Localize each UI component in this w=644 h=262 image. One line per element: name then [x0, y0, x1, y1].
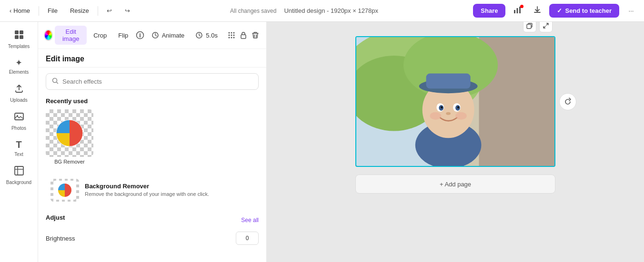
svg-rect-5: [15, 35, 19, 39]
more-icon: ···: [628, 7, 634, 14]
sidebar-item-uploads[interactable]: Uploads: [2, 79, 36, 107]
sidebar-item-elements[interactable]: ✦ Elements: [2, 54, 36, 78]
photos-label: Photos: [11, 126, 26, 131]
send-teacher-label: Send to teacher: [565, 7, 612, 14]
svg-point-13: [228, 32, 230, 34]
edit-panel: Edit image Crop Flip Animate 5.0s: [38, 22, 267, 262]
svg-rect-4: [20, 30, 23, 34]
uploads-icon: [14, 83, 24, 96]
photos-icon: [14, 111, 24, 124]
svg-point-44: [457, 106, 459, 108]
bg-remover-thumb-item[interactable]: BG Remover: [46, 109, 93, 165]
resize-label: Resize: [70, 7, 89, 14]
delete-icon-btn[interactable]: [251, 29, 261, 42]
svg-rect-28: [527, 24, 531, 29]
bg-remover-preview: [46, 109, 93, 157]
crop-button[interactable]: Crop: [89, 29, 111, 41]
download-button[interactable]: [529, 3, 545, 19]
sidebar-item-photos[interactable]: Photos: [2, 107, 36, 135]
svg-point-46: [430, 112, 442, 120]
icon-sidebar: Templates ✦ Elements Uploads Photos T Te…: [0, 22, 38, 262]
divider-2: [98, 6, 98, 16]
svg-rect-0: [514, 10, 515, 13]
refresh-button[interactable]: [559, 93, 576, 110]
topbar-center: All changes saved Untitled design - 1920…: [138, 7, 471, 14]
duration-button[interactable]: 5.0s: [191, 29, 222, 41]
duplicate-canvas-button[interactable]: [523, 22, 536, 32]
send-to-teacher-button[interactable]: ✓ Send to teacher: [549, 4, 619, 18]
background-remover-item[interactable]: Background Remover Remove the background…: [46, 174, 259, 206]
recently-used-grid: BG Remover: [46, 109, 259, 165]
search-input[interactable]: [62, 78, 252, 85]
crop-label: Crop: [93, 32, 107, 39]
background-label: Background: [6, 180, 31, 185]
redo-button[interactable]: ↪: [120, 3, 135, 19]
svg-point-15: [233, 32, 234, 34]
download-icon: [533, 6, 542, 16]
dots-grid-icon-btn[interactable]: [226, 29, 236, 42]
share-label: Share: [481, 7, 498, 14]
redo-icon: ↪: [125, 7, 130, 14]
more-options-button[interactable]: ···: [623, 3, 639, 19]
svg-point-23: [53, 78, 57, 83]
undo-button[interactable]: ↩: [102, 3, 117, 19]
brightness-label: Brightness: [46, 235, 75, 242]
duration-label: 5.0s: [206, 32, 218, 39]
templates-label: Templates: [8, 44, 30, 49]
saved-status: All changes saved: [230, 8, 276, 14]
brightness-input[interactable]: [236, 232, 259, 245]
analytics-button[interactable]: [509, 3, 525, 19]
svg-point-18: [233, 35, 234, 36]
edit-image-button[interactable]: Edit image: [55, 26, 87, 45]
bg-remover-title: Background Remover: [85, 183, 209, 190]
flip-button[interactable]: Flip: [113, 29, 133, 41]
svg-rect-38: [426, 74, 471, 89]
chevron-left-icon: ‹: [10, 7, 11, 14]
expand-canvas-button[interactable]: [539, 22, 553, 32]
svg-rect-22: [241, 35, 246, 39]
svg-rect-1: [517, 8, 518, 13]
topbar: ‹ Home File Resize ↩ ↪ All changes saved…: [0, 0, 644, 22]
divider-1: [39, 6, 39, 16]
animate-button[interactable]: Animate: [147, 29, 190, 41]
add-page-button[interactable]: + Add page: [355, 175, 555, 194]
bg-remover-item-thumb: [50, 179, 79, 202]
canvas-image-inner: [356, 37, 554, 166]
svg-rect-7: [15, 113, 23, 120]
svg-rect-9: [15, 166, 23, 175]
svg-point-16: [228, 35, 230, 36]
panel-header: Edit image: [38, 49, 266, 68]
home-button[interactable]: ‹ Home: [5, 4, 35, 17]
templates-icon: [14, 29, 24, 42]
lock-icon-btn[interactable]: [238, 29, 248, 42]
text-label: Text: [14, 152, 23, 157]
main-area: Templates ✦ Elements Uploads Photos T Te…: [0, 22, 644, 262]
svg-point-14: [231, 32, 232, 34]
search-box: [46, 73, 259, 90]
bg-remover-thumb-label: BG Remover: [54, 159, 85, 165]
see-all-button[interactable]: See all: [241, 217, 259, 223]
bg-remover-info: Background Remover Remove the background…: [85, 183, 209, 198]
background-icon: [14, 165, 24, 178]
brightness-row: Brightness: [46, 232, 259, 245]
file-button[interactable]: File: [43, 4, 62, 17]
svg-point-17: [231, 35, 232, 36]
svg-rect-6: [20, 35, 23, 39]
panel-content: Recently used BG Remove: [38, 68, 266, 262]
recently-used-title: Recently used: [46, 97, 259, 105]
sidebar-item-background[interactable]: Background: [2, 162, 36, 189]
info-button[interactable]: [135, 29, 145, 42]
color-swatch[interactable]: [44, 29, 53, 41]
resize-button[interactable]: Resize: [65, 4, 94, 17]
text-icon: T: [16, 139, 21, 150]
svg-point-45: [446, 112, 451, 115]
search-icon: [52, 78, 59, 86]
sidebar-item-templates[interactable]: Templates: [2, 26, 36, 53]
sidebar-item-text[interactable]: T Text: [2, 136, 36, 161]
file-label: File: [48, 7, 58, 14]
adjust-title: Adjust: [46, 214, 65, 221]
share-button[interactable]: Share: [473, 4, 505, 18]
elements-icon: ✦: [15, 58, 22, 68]
edit-image-label: Edit image: [60, 28, 82, 42]
panel-title: Edit image: [46, 55, 259, 63]
